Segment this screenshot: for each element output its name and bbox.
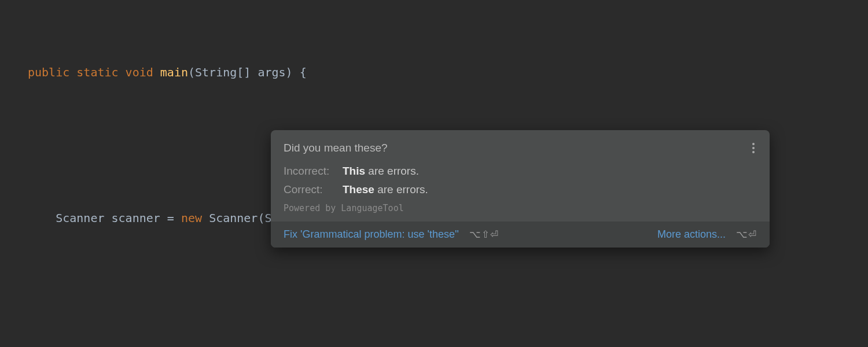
fix-action[interactable]: Fix 'Grammatical problem: use 'these'' xyxy=(284,228,459,241)
keyword-new: new xyxy=(181,211,202,225)
correct-row: Correct: These are errors. xyxy=(284,183,757,196)
popup-actions: Fix 'Grammatical problem: use 'these'' ⌥… xyxy=(271,222,770,248)
method-name: main xyxy=(160,65,188,79)
code-line[interactable] xyxy=(28,279,868,303)
inspection-popup: Did you mean these? Incorrect: This are … xyxy=(271,130,770,248)
correct-value: These are errors. xyxy=(343,183,428,196)
param-name: args xyxy=(258,65,285,79)
incorrect-label: Incorrect: xyxy=(284,165,334,178)
popup-body: Did you mean these? Incorrect: This are … xyxy=(271,130,770,222)
more-actions[interactable]: More actions... xyxy=(657,228,726,241)
type: Scanner xyxy=(56,211,104,225)
popup-title-row: Did you mean these? xyxy=(284,141,757,156)
param-type: String[] xyxy=(195,65,251,79)
keyword-static: static xyxy=(76,65,118,79)
keyword-void: void xyxy=(126,65,153,79)
more-options-icon[interactable] xyxy=(750,141,757,156)
more-shortcut: ⌥⏎ xyxy=(736,228,757,241)
fix-shortcut: ⌥⇧⏎ xyxy=(469,228,499,241)
incorrect-value: This are errors. xyxy=(343,165,419,178)
popup-title: Did you mean these? xyxy=(284,142,388,154)
incorrect-row: Incorrect: This are errors. xyxy=(284,165,757,178)
ident: scanner xyxy=(112,211,160,225)
code-line[interactable]: public static void main(String[] args) { xyxy=(28,60,868,84)
correct-label: Correct: xyxy=(284,183,334,196)
powered-by: Powered by LanguageTool xyxy=(284,203,757,213)
keyword-public: public xyxy=(28,65,69,79)
type: Scanner xyxy=(209,211,258,225)
